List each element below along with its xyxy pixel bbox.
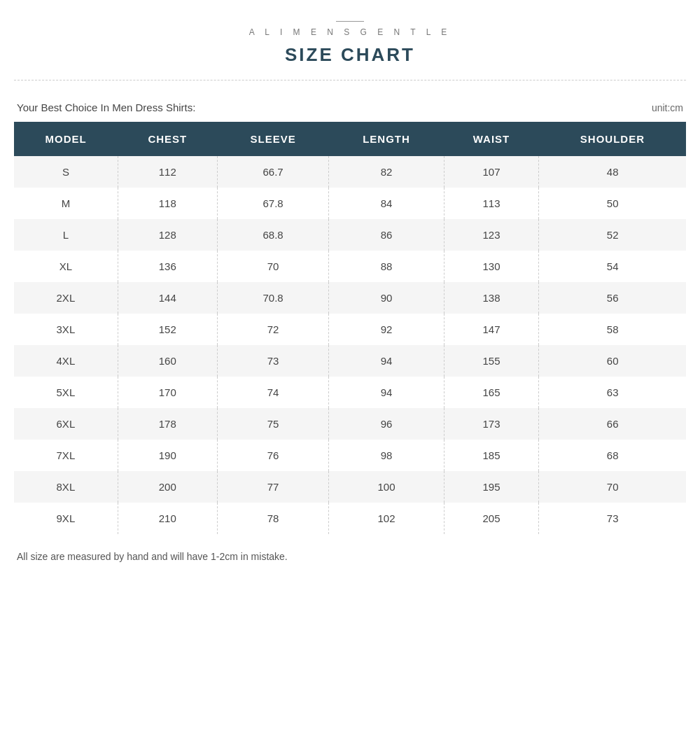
cell-waist: 205 xyxy=(444,503,539,534)
cell-chest: 200 xyxy=(118,471,217,503)
cell-waist: 107 xyxy=(444,156,539,188)
cell-sleeve: 70 xyxy=(217,251,329,282)
table-row: 6XL178759617366 xyxy=(14,408,686,440)
col-header-chest: CHEST xyxy=(118,122,217,156)
cell-length: 98 xyxy=(329,440,444,471)
cell-shoulder: 48 xyxy=(539,156,686,188)
cell-model: XL xyxy=(14,251,118,282)
cell-waist: 195 xyxy=(444,471,539,503)
cell-length: 102 xyxy=(329,503,444,534)
cell-waist: 123 xyxy=(444,219,539,251)
size-table: MODEL CHEST SLEEVE LENGTH WAIST SHOULDER… xyxy=(14,122,686,534)
col-header-shoulder: SHOULDER xyxy=(539,122,686,156)
brand-name: A L I M E N S G E N T L E xyxy=(14,27,686,37)
cell-shoulder: 70 xyxy=(539,471,686,503)
col-header-waist: WAIST xyxy=(444,122,539,156)
cell-sleeve: 75 xyxy=(217,408,329,440)
cell-waist: 173 xyxy=(444,408,539,440)
header-row: MODEL CHEST SLEEVE LENGTH WAIST SHOULDER xyxy=(14,122,686,156)
cell-waist: 113 xyxy=(444,188,539,219)
table-row: 9XL2107810220573 xyxy=(14,503,686,534)
table-row: M11867.88411350 xyxy=(14,188,686,219)
subtitle-row: Your Best Choice In Men Dress Shirts: un… xyxy=(14,102,686,113)
cell-model: 8XL xyxy=(14,471,118,503)
cell-sleeve: 73 xyxy=(217,345,329,377)
cell-sleeve: 77 xyxy=(217,471,329,503)
table-header: MODEL CHEST SLEEVE LENGTH WAIST SHOULDER xyxy=(14,122,686,156)
cell-length: 100 xyxy=(329,471,444,503)
cell-model: 4XL xyxy=(14,345,118,377)
cell-chest: 118 xyxy=(118,188,217,219)
cell-chest: 178 xyxy=(118,408,217,440)
cell-waist: 155 xyxy=(444,345,539,377)
table-row: 7XL190769818568 xyxy=(14,440,686,471)
page-wrapper: A L I M E N S G E N T L E SIZE CHART You… xyxy=(0,0,700,590)
cell-waist: 130 xyxy=(444,251,539,282)
col-header-length: LENGTH xyxy=(329,122,444,156)
cell-waist: 147 xyxy=(444,314,539,345)
cell-waist: 185 xyxy=(444,440,539,471)
cell-chest: 160 xyxy=(118,345,217,377)
cell-length: 82 xyxy=(329,156,444,188)
cell-model: 7XL xyxy=(14,440,118,471)
page-title: SIZE CHART xyxy=(14,44,686,66)
cell-model: 2XL xyxy=(14,282,118,314)
cell-chest: 210 xyxy=(118,503,217,534)
table-row: 3XL152729214758 xyxy=(14,314,686,345)
cell-shoulder: 58 xyxy=(539,314,686,345)
cell-sleeve: 70.8 xyxy=(217,282,329,314)
cell-length: 84 xyxy=(329,188,444,219)
table-row: 8XL2007710019570 xyxy=(14,471,686,503)
cell-length: 88 xyxy=(329,251,444,282)
cell-shoulder: 68 xyxy=(539,440,686,471)
col-header-model: MODEL xyxy=(14,122,118,156)
table-row: S11266.78210748 xyxy=(14,156,686,188)
col-header-sleeve: SLEEVE xyxy=(217,122,329,156)
cell-shoulder: 63 xyxy=(539,377,686,408)
cell-model: 3XL xyxy=(14,314,118,345)
cell-model: L xyxy=(14,219,118,251)
unit-label: unit:cm xyxy=(652,102,683,113)
table-row: 5XL170749416563 xyxy=(14,377,686,408)
cell-shoulder: 73 xyxy=(539,503,686,534)
cell-model: 6XL xyxy=(14,408,118,440)
cell-sleeve: 66.7 xyxy=(217,156,329,188)
cell-chest: 136 xyxy=(118,251,217,282)
table-row: XL136708813054 xyxy=(14,251,686,282)
table-row: 4XL160739415560 xyxy=(14,345,686,377)
table-body: S11266.78210748M11867.88411350L12868.886… xyxy=(14,156,686,534)
cell-sleeve: 72 xyxy=(217,314,329,345)
subtitle-text: Your Best Choice In Men Dress Shirts: xyxy=(17,102,195,113)
cell-chest: 112 xyxy=(118,156,217,188)
cell-shoulder: 60 xyxy=(539,345,686,377)
cell-shoulder: 52 xyxy=(539,219,686,251)
cell-sleeve: 78 xyxy=(217,503,329,534)
cell-chest: 190 xyxy=(118,440,217,471)
cell-chest: 144 xyxy=(118,282,217,314)
cell-length: 96 xyxy=(329,408,444,440)
divider xyxy=(14,80,686,80)
cell-length: 94 xyxy=(329,377,444,408)
cell-shoulder: 50 xyxy=(539,188,686,219)
cell-chest: 170 xyxy=(118,377,217,408)
cell-model: 5XL xyxy=(14,377,118,408)
table-row: 2XL14470.89013856 xyxy=(14,282,686,314)
cell-sleeve: 76 xyxy=(217,440,329,471)
cell-shoulder: 54 xyxy=(539,251,686,282)
cell-length: 90 xyxy=(329,282,444,314)
cell-sleeve: 74 xyxy=(217,377,329,408)
cell-model: 9XL xyxy=(14,503,118,534)
brand-header: A L I M E N S G E N T L E xyxy=(14,21,686,37)
cell-sleeve: 67.8 xyxy=(217,188,329,219)
brand-line-decoration xyxy=(336,21,364,22)
cell-sleeve: 68.8 xyxy=(217,219,329,251)
cell-length: 86 xyxy=(329,219,444,251)
table-row: L12868.88612352 xyxy=(14,219,686,251)
cell-chest: 128 xyxy=(118,219,217,251)
footnote: All size are measured by hand and will h… xyxy=(14,551,686,562)
cell-chest: 152 xyxy=(118,314,217,345)
cell-model: S xyxy=(14,156,118,188)
cell-length: 92 xyxy=(329,314,444,345)
cell-waist: 138 xyxy=(444,282,539,314)
cell-waist: 165 xyxy=(444,377,539,408)
